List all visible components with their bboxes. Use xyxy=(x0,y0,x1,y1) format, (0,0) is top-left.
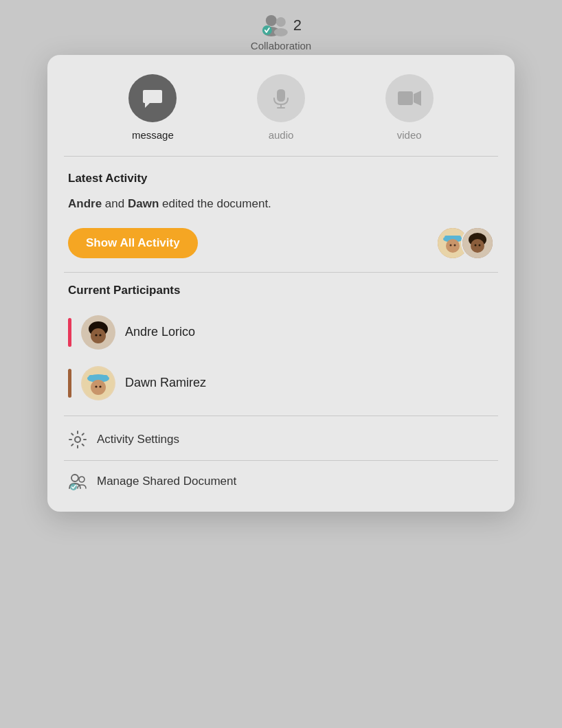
svg-point-18 xyxy=(475,244,477,246)
manage-shared-button[interactable]: Manage Shared Document xyxy=(47,461,515,502)
svg-point-19 xyxy=(479,244,481,246)
svg-point-13 xyxy=(450,244,452,246)
audio-icon xyxy=(270,87,292,109)
svg-point-31 xyxy=(75,437,80,442)
latest-activity-title: Latest Activity xyxy=(68,172,494,185)
audio-button[interactable]: audio xyxy=(257,74,305,141)
svg-point-30 xyxy=(99,385,101,387)
svg-marker-8 xyxy=(414,91,421,106)
svg-point-23 xyxy=(95,334,97,336)
svg-point-34 xyxy=(70,484,77,490)
video-button[interactable]: video xyxy=(385,74,434,141)
svg-point-22 xyxy=(91,328,106,343)
audio-label: audio xyxy=(269,129,294,141)
svg-rect-7 xyxy=(398,91,413,105)
participant-name-dawn: Dawn Ramirez xyxy=(125,376,206,390)
svg-rect-27 xyxy=(89,375,108,380)
activity-action-row: Show All Activity xyxy=(68,227,494,260)
gear-icon xyxy=(68,430,87,449)
video-icon xyxy=(397,89,422,108)
presence-bar-dawn xyxy=(68,369,71,398)
svg-point-14 xyxy=(454,244,456,246)
message-icon-circle xyxy=(128,74,177,122)
participant-item-andre: Andre Lorico xyxy=(68,307,494,358)
communication-toolbar: message audio video xyxy=(47,55,515,156)
activity-avatar-andre xyxy=(461,227,494,260)
svg-point-29 xyxy=(95,385,97,387)
message-icon xyxy=(141,87,164,110)
show-all-activity-button[interactable]: Show All Activity xyxy=(68,228,198,258)
manage-shared-label: Manage Shared Document xyxy=(97,475,236,488)
activity-person1: Andre xyxy=(68,197,102,210)
svg-point-0 xyxy=(266,15,277,26)
participant-avatar-dawn xyxy=(81,366,115,400)
collaboration-popup: message audio video xyxy=(47,55,515,512)
collab-label: Collaboration xyxy=(251,40,311,52)
svg-point-2 xyxy=(276,17,286,27)
activity-settings-label: Activity Settings xyxy=(97,433,179,446)
activity-person2: Dawn xyxy=(128,197,159,210)
svg-point-3 xyxy=(274,28,288,36)
video-icon-circle xyxy=(385,74,434,122)
svg-point-12 xyxy=(446,239,460,253)
shared-doc-icon xyxy=(68,472,87,491)
activity-suffix: edited the document. xyxy=(162,197,271,210)
message-button[interactable]: message xyxy=(128,74,177,141)
collab-count: 2 xyxy=(293,16,302,34)
activity-connector: and xyxy=(105,197,124,210)
participant-name-andre: Andre Lorico xyxy=(125,325,195,339)
activity-settings-button[interactable]: Activity Settings xyxy=(47,419,515,460)
collaboration-icon xyxy=(260,12,291,38)
collaboration-header: 2 Collaboration xyxy=(251,12,311,52)
activity-avatars xyxy=(436,227,494,260)
participants-title: Current Participants xyxy=(68,284,494,297)
bottom-menu: Activity Settings Manage Shared Document xyxy=(47,416,515,505)
svg-point-33 xyxy=(79,477,85,482)
svg-point-32 xyxy=(71,475,78,481)
message-label: message xyxy=(132,129,174,141)
activity-description: Andre and Dawn edited the document. xyxy=(68,195,494,213)
svg-point-28 xyxy=(91,380,106,395)
participant-avatar-andre xyxy=(81,315,115,350)
participant-item-dawn: Dawn Ramirez xyxy=(68,358,494,409)
svg-point-24 xyxy=(99,334,101,336)
participants-section: Current Participants Andre Lorico xyxy=(47,273,515,416)
svg-point-17 xyxy=(471,239,484,253)
latest-activity-section: Latest Activity Andre and Dawn edited th… xyxy=(47,157,515,272)
audio-icon-circle xyxy=(257,74,305,122)
presence-bar-andre xyxy=(68,318,71,347)
video-label: video xyxy=(397,129,422,141)
